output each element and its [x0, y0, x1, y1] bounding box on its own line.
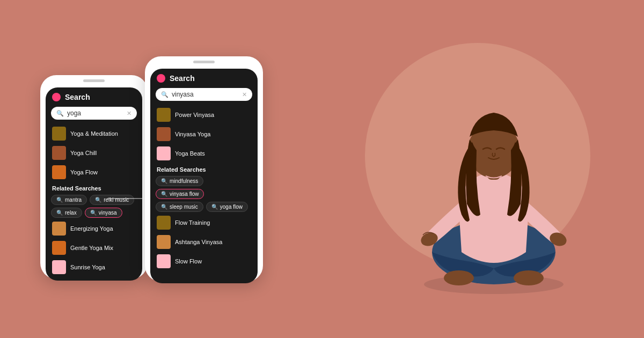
phone-2-thumb-0 [157, 108, 171, 122]
phone-1-label-0: Yoga & Meditation [70, 130, 118, 137]
phone-1-search-value: yoga [67, 109, 123, 117]
phone-1-search-icon: 🔍 [56, 110, 64, 117]
phone-2-tag-sleep[interactable]: 🔍 sleep music [156, 202, 203, 212]
phone-2-related-label: Related Searches [150, 163, 258, 175]
phone-1-result-1[interactable]: Yoga Chill [46, 143, 142, 163]
phone-1-thumb-5 [52, 260, 66, 274]
phone-1-thumb-3 [52, 222, 66, 236]
tag-search-icon: 🔍 [90, 210, 97, 216]
phone-2-result-5[interactable]: Slow Flow [150, 252, 258, 271]
phone-1-result-4[interactable]: Gentle Yoga Mix [46, 238, 142, 258]
phone-1-label-2: Yoga Flow [70, 169, 98, 175]
phone-1-related-label: Related Searches [46, 182, 142, 194]
phone-2: Search 🔍 vinyasa ✕ Power Vinyasa Vinyasa… [145, 56, 263, 282]
phone-2-label-0: Power Vinyasa [175, 112, 214, 118]
phone-2-label-4: Ashtanga Vinyasa [175, 239, 222, 245]
phone-1-thumb-1 [52, 146, 66, 160]
phone-2-tag-vinyasa-flow[interactable]: 🔍 vinyasa flow [156, 189, 204, 199]
phone-1-result-2[interactable]: Yoga Flow [46, 163, 142, 182]
meditating-figure [376, 27, 612, 311]
tag-search-icon: 🔍 [56, 197, 63, 203]
phone-1-notch [83, 79, 105, 82]
phone-2-search-icon: 🔍 [161, 91, 169, 98]
phone-1-header: Search [46, 87, 142, 105]
phone-2-clear-button[interactable]: ✕ [242, 91, 247, 98]
phone-2-label-5: Slow Flow [175, 258, 202, 264]
phone-1-thumb-4 [52, 241, 66, 255]
phone-1-result-0[interactable]: Yoga & Meditation [46, 124, 142, 143]
phone-2-thumb-5 [157, 254, 171, 268]
tag-label: vinyasa flow [170, 191, 199, 197]
phone-1-logo-dot [52, 93, 61, 101]
tag-label: mindfulness [170, 178, 198, 184]
tag-label: relax [65, 210, 77, 216]
phone-1-label-5: Sunrise Yoga [70, 264, 105, 270]
phone-1-thumb-0 [52, 127, 66, 141]
phone-1-label-3: Energizing Yoga [70, 225, 113, 232]
phone-2-thumb-4 [157, 235, 171, 249]
phone-1-search-bar[interactable]: 🔍 yoga ✕ [51, 107, 137, 120]
phone-2-label-2: Yoga Beats [175, 150, 205, 157]
phone-2-notch [193, 61, 215, 63]
phone-2-search-value: vinyasa [172, 91, 239, 98]
phone-1-thumb-2 [52, 165, 66, 179]
svg-point-5 [514, 270, 544, 285]
phone-2-thumb-3 [157, 216, 171, 230]
svg-point-4 [444, 270, 474, 285]
phone-1-screen: Search 🔍 yoga ✕ Yoga & Meditation Yoga C… [46, 87, 142, 281]
tag-label: mantra [65, 197, 82, 203]
tag-search-icon: 🔍 [161, 178, 167, 184]
phone-2-result-0[interactable]: Power Vinyasa [150, 105, 258, 124]
tag-label: yoga flow [220, 204, 243, 210]
phone-2-thumb-2 [157, 146, 171, 160]
phone-2-search-bar[interactable]: 🔍 vinyasa ✕ [156, 88, 252, 101]
phone-2-header: Search [150, 69, 258, 86]
phone-1: Search 🔍 yoga ✕ Yoga & Meditation Yoga C… [40, 75, 148, 279]
phone-2-thumb-1 [157, 127, 171, 141]
tag-search-icon: 🔍 [211, 204, 218, 210]
tag-search-icon: 🔍 [161, 204, 167, 210]
phone-1-clear-button[interactable]: ✕ [127, 110, 131, 117]
phone-2-result-1[interactable]: Vinyasa Yoga [150, 124, 258, 144]
tag-search-icon: 🔍 [161, 191, 167, 197]
phone-2-tags: 🔍 mindfulness 🔍 vinyasa flow 🔍 sleep mus… [150, 175, 258, 213]
phone-1-tag-mantra[interactable]: 🔍 mantra [51, 195, 87, 205]
phone-2-result-2[interactable]: Yoga Beats [150, 144, 258, 163]
phone-2-logo-dot [157, 74, 165, 83]
phone-1-tag-relax[interactable]: 🔍 relax [51, 208, 82, 218]
phone-2-label-1: Vinyasa Yoga [175, 131, 210, 137]
tag-search-icon: 🔍 [95, 197, 101, 203]
phone-2-tag-yoga-flow[interactable]: 🔍 yoga flow [206, 202, 248, 212]
phone-2-title: Search [170, 74, 195, 83]
phone-2-tag-mindfulness[interactable]: 🔍 mindfulness [156, 176, 203, 186]
phone-2-result-4[interactable]: Ashtanga Vinyasa [150, 232, 258, 252]
phone-1-result-5[interactable]: Sunrise Yoga [46, 258, 142, 277]
phone-2-label-3: Flow Training [175, 219, 210, 226]
tag-search-icon: 🔍 [56, 210, 63, 216]
phone-1-title: Search [65, 93, 90, 101]
tag-label: sleep music [170, 204, 198, 210]
phone-1-label-4: Gentle Yoga Mix [70, 245, 113, 251]
phone-2-result-3[interactable]: Flow Training [150, 213, 258, 232]
phone-1-label-1: Yoga Chill [70, 150, 97, 156]
phone-2-screen: Search 🔍 vinyasa ✕ Power Vinyasa Vinyasa… [150, 69, 258, 283]
